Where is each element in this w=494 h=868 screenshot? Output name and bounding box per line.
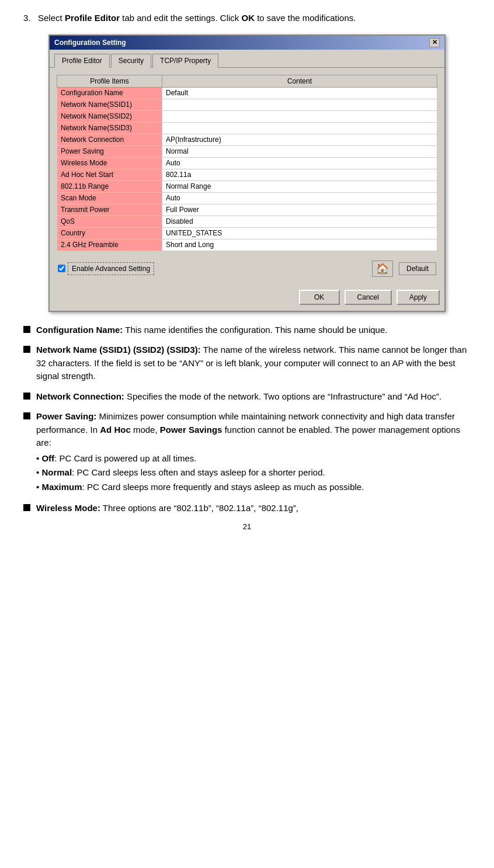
row-label: Network Name(SSID1) xyxy=(57,99,162,110)
table-row: Ad Hoc Net Start802.11a xyxy=(57,169,437,180)
row-value: Disabled xyxy=(162,216,437,227)
enable-advanced-setting: Enable Advanced Setting xyxy=(58,262,154,275)
row-label: 2.4 GHz Preamble xyxy=(57,239,162,251)
row-label: Scan Mode xyxy=(57,192,162,204)
row-value: Normal Range xyxy=(162,180,437,192)
row-value: Short and Long xyxy=(162,239,437,251)
row-value: Auto xyxy=(162,192,437,204)
bullet-network-connection: Network Connection: Specifies the mode o… xyxy=(23,390,471,404)
power-sub-bullets: • Off: PC Card is powered up at all time… xyxy=(36,452,471,494)
dialog-titlebar: Configuration Setting ✕ xyxy=(50,36,444,50)
row-value: UNITED_STATES xyxy=(162,227,437,239)
table-row: Power SavingNormal xyxy=(57,145,437,157)
row-label: Power Saving xyxy=(57,145,162,157)
close-button[interactable]: ✕ xyxy=(429,38,440,47)
sub-bullet-normal: • Normal: PC Card sleeps less often and … xyxy=(36,466,471,480)
col-header-content: Content xyxy=(162,75,437,87)
bullet-icon xyxy=(23,326,30,333)
home-button[interactable]: 🏠 xyxy=(372,261,393,277)
enable-advanced-checkbox[interactable] xyxy=(58,265,65,272)
dialog-tabs: Profile Editor Security TCP/IP Property xyxy=(50,50,444,68)
intro-number: 3. xyxy=(23,13,31,23)
table-row: Network ConnectionAP(Infrastructure) xyxy=(57,134,437,145)
row-value xyxy=(162,110,437,122)
profile-table: Profile Items Content Configuration Name… xyxy=(57,75,437,251)
bullet-icon xyxy=(23,504,30,511)
col-header-items: Profile Items xyxy=(57,75,162,87)
page-number: 21 xyxy=(23,522,471,531)
table-row: Network Name(SSID3) xyxy=(57,122,437,134)
default-button[interactable]: Default xyxy=(399,262,436,275)
row-value: Auto xyxy=(162,157,437,169)
bullet-connection-label: Network Connection: xyxy=(36,391,124,401)
bullet-network-label: Network Name (SSID1) (SSID2) (SSID3): xyxy=(36,345,201,355)
dialog-wrapper: Configuration Setting ✕ Profile Editor S… xyxy=(23,34,471,312)
bullet-config-text: This name identifies the configuration. … xyxy=(123,325,387,335)
intro-bold1: Profile Editor xyxy=(65,13,120,23)
bullet-power-mode: mode, xyxy=(131,425,160,435)
bullet-power-saving: Power Saving: Minimizes power consumptio… xyxy=(23,410,471,495)
row-label: Network Name(SSID3) xyxy=(57,122,162,134)
row-value xyxy=(162,99,437,110)
sub-bullet-maximum: • Maximum: PC Card sleeps more frequentl… xyxy=(36,481,471,494)
row-label: Country xyxy=(57,227,162,239)
dialog-title: Configuration Setting xyxy=(54,39,126,47)
bullet-config-label: Configuration Name: xyxy=(36,325,123,335)
bullet-network-name: Network Name (SSID1) (SSID2) (SSID3): Th… xyxy=(23,343,471,383)
row-label: Ad Hoc Net Start xyxy=(57,169,162,180)
row-value: Full Power xyxy=(162,204,437,216)
intro-bold2: OK xyxy=(242,13,255,23)
bullet-power-adhoc: Ad Hoc xyxy=(100,425,131,435)
row-label: 802.11b Range xyxy=(57,180,162,192)
row-label: Network Connection xyxy=(57,134,162,145)
row-value xyxy=(162,122,437,134)
dialog-bottom-controls: Enable Advanced Setting 🏠 Default xyxy=(57,257,437,279)
cancel-button[interactable]: Cancel xyxy=(345,290,392,305)
row-label: Configuration Name xyxy=(57,87,162,99)
row-value: Normal xyxy=(162,145,437,157)
right-controls: 🏠 Default xyxy=(372,261,436,277)
table-row: 2.4 GHz PreambleShort and Long xyxy=(57,239,437,251)
bullet-list: Configuration Name: This name identifies… xyxy=(23,324,471,515)
table-row: Transmit PowerFull Power xyxy=(57,204,437,216)
row-value: Default xyxy=(162,87,437,99)
row-label: Wireless Mode xyxy=(57,157,162,169)
tab-security[interactable]: Security xyxy=(111,54,151,68)
table-row: CountryUNITED_STATES xyxy=(57,227,437,239)
row-label: Transmit Power xyxy=(57,204,162,216)
table-row: Configuration NameDefault xyxy=(57,87,437,99)
sub-bullet-off: • Off: PC Card is powered up at all time… xyxy=(36,452,471,466)
configuration-dialog: Configuration Setting ✕ Profile Editor S… xyxy=(48,34,446,312)
bullet-power-savings: Power Savings xyxy=(160,425,222,435)
dialog-body: Profile Items Content Configuration Name… xyxy=(50,68,444,286)
bullet-connection-text: Specifies the mode of the network. Two o… xyxy=(124,391,441,401)
table-row: Network Name(SSID1) xyxy=(57,99,437,110)
row-value: AP(Infrastructure) xyxy=(162,134,437,145)
bullet-wireless-label: Wireless Mode: xyxy=(36,503,100,513)
table-row: QoSDisabled xyxy=(57,216,437,227)
row-label: Network Name(SSID2) xyxy=(57,110,162,122)
ok-button[interactable]: OK xyxy=(299,290,340,305)
bullet-wireless-mode: Wireless Mode: Three options are “802.11… xyxy=(23,502,471,515)
bullet-icon xyxy=(23,412,30,419)
table-row: Wireless ModeAuto xyxy=(57,157,437,169)
table-row: Network Name(SSID2) xyxy=(57,110,437,122)
dialog-footer: OK Cancel Apply xyxy=(50,286,444,311)
table-row: Scan ModeAuto xyxy=(57,192,437,204)
bullet-power-label: Power Saving: xyxy=(36,411,96,421)
tab-tcpip[interactable]: TCP/IP Property xyxy=(152,54,218,68)
bullet-icon xyxy=(23,393,30,400)
bullet-icon xyxy=(23,346,30,353)
table-row: 802.11b RangeNormal Range xyxy=(57,180,437,192)
enable-advanced-label: Enable Advanced Setting xyxy=(68,262,154,275)
row-label: QoS xyxy=(57,216,162,227)
bullet-config-name: Configuration Name: This name identifies… xyxy=(23,324,471,337)
apply-button[interactable]: Apply xyxy=(396,290,440,305)
intro-paragraph: 3. Select Profile Editor tab and edit th… xyxy=(23,12,471,25)
tab-profile-editor[interactable]: Profile Editor xyxy=(54,54,110,68)
row-value: 802.11a xyxy=(162,169,437,180)
bullet-wireless-text: Three options are “802.11b”, “802.11a”, … xyxy=(100,503,298,513)
